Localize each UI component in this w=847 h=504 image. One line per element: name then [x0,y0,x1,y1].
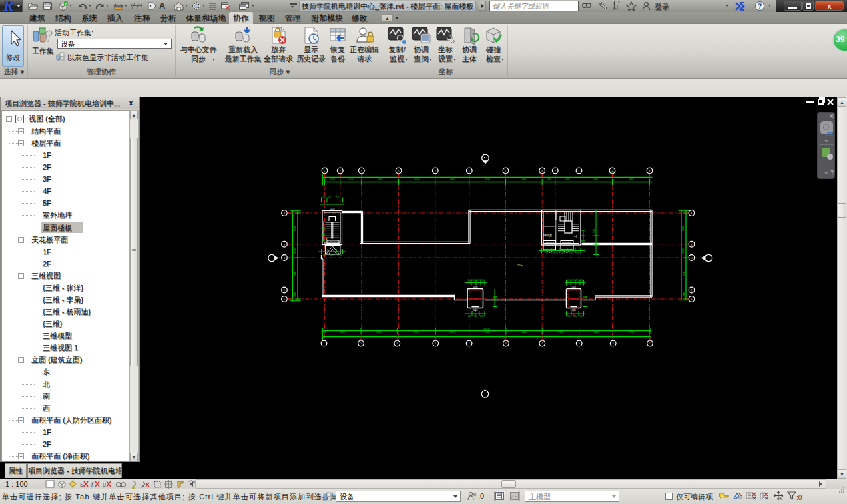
svg-text:3: 3 [361,170,362,172]
svg-text:900: 900 [561,252,565,255]
svg-text:2750: 2750 [629,331,634,334]
svg-text:5: 5 [469,342,470,345]
svg-text:1: 1 [324,342,325,345]
svg-text:900: 900 [468,315,471,318]
svg-text:4层机房: 4层机房 [543,234,552,237]
svg-text:4650: 4650 [294,226,296,231]
svg-text:A: A [284,212,286,215]
svg-text:4650: 4650 [294,248,296,253]
svg-text:2000: 2000 [294,271,296,276]
svg-text:3300: 3300 [629,178,633,180]
svg-text:1500: 1500 [571,309,576,312]
svg-text:B: B [691,244,693,246]
svg-text:7.5m: 7.5m [517,264,523,267]
svg-text:5: 5 [435,170,436,172]
svg-text:1500: 1500 [471,279,476,282]
svg-text:2750: 2750 [414,331,418,334]
svg-text:1500: 1500 [571,286,576,288]
svg-text:B: B [284,244,286,246]
svg-text:5300: 5300 [378,178,382,180]
svg-text:2220: 2220 [330,208,335,210]
svg-text:S: S [80,481,84,488]
svg-text:6: 6 [469,170,470,172]
svg-text:C: C [691,257,693,260]
svg-text:4: 4 [435,342,436,345]
svg-text:5500: 5500 [321,331,326,334]
svg-text:7: 7 [541,342,543,345]
svg-text:5400: 5400 [521,178,526,180]
svg-text:C: C [284,257,286,260]
svg-text:5100: 5100 [330,178,335,180]
svg-text:2700: 2700 [337,254,342,256]
svg-text:3300: 3300 [485,178,490,180]
svg-text:8: 8 [541,170,543,172]
svg-text:5400: 5400 [377,331,382,334]
svg-text:E: E [691,298,693,301]
svg-text:1500: 1500 [553,252,558,255]
svg-text:3000: 3000 [495,296,497,300]
svg-text:9: 9 [555,170,556,172]
svg-text:3300: 3300 [593,178,598,180]
svg-text:900: 900 [474,315,477,318]
svg-text:2700: 2700 [579,315,583,318]
svg-text:900: 900 [481,279,484,282]
svg-text:2: 2 [360,342,362,345]
svg-text:1500: 1500 [473,286,478,288]
svg-text:2000: 2000 [683,226,685,231]
svg-text:1500: 1500 [330,254,334,256]
svg-text:1: 1 [649,342,651,345]
svg-text:A: A [691,212,693,215]
svg-text:5500: 5500 [522,331,527,334]
svg-text:900: 900 [323,254,326,256]
svg-text:650: 650 [322,196,326,199]
svg-text:3: 3 [396,342,398,345]
svg-text:9: 9 [103,481,106,488]
svg-text:5400: 5400 [485,331,490,334]
svg-text:4700: 4700 [565,178,569,180]
svg-text:2750: 2750 [348,178,353,180]
svg-text:1500: 1500 [576,252,581,255]
svg-text:650: 650 [567,279,570,282]
svg-text:3: 3 [649,170,651,172]
svg-text:1500: 1500 [473,309,478,312]
svg-text:6: 6 [505,342,507,345]
svg-text:1: 1 [579,170,580,172]
svg-text:2750: 2750 [450,331,455,334]
svg-text:1500: 1500 [335,196,340,199]
svg-text:5400: 5400 [450,178,455,180]
svg-text:8: 8 [579,342,580,345]
svg-text:2: 2 [340,170,341,172]
svg-text:1950: 1950 [546,178,551,180]
svg-text:4650: 4650 [683,271,685,276]
svg-text:2700: 2700 [573,315,577,318]
svg-text:9: 9 [613,342,614,345]
svg-text:D: D [284,289,286,292]
svg-text:650: 650 [545,252,548,255]
svg-text:49500: 49500 [483,328,490,330]
svg-text:E: E [284,298,286,301]
svg-text:5400: 5400 [558,331,563,334]
svg-text:3300: 3300 [414,178,419,180]
svg-text:1500: 1500 [480,315,485,318]
svg-text:D: D [691,289,693,292]
svg-text:5500: 5500 [593,228,595,233]
svg-text:2: 2 [612,170,613,172]
svg-text:900: 900 [328,196,331,199]
svg-text:1: 1 [324,170,326,172]
svg-text:f: f [91,481,94,488]
svg-text:2000: 2000 [683,292,685,296]
svg-text:4: 4 [398,170,400,172]
svg-text:3300: 3300 [340,331,345,334]
svg-text:7: 7 [505,170,507,172]
svg-text:1950: 1950 [321,178,326,180]
svg-text:2700: 2700 [569,252,574,255]
svg-text:2700: 2700 [476,279,481,282]
svg-text:3000: 3000 [585,296,588,300]
svg-text:3300: 3300 [594,331,599,334]
svg-text:2000: 2000 [294,292,296,296]
svg-text:650: 650 [567,315,571,318]
svg-text:650: 650 [580,279,583,282]
svg-text:2100: 2100 [683,248,685,253]
svg-text:900: 900 [467,279,471,282]
svg-text:650: 650 [571,279,575,282]
